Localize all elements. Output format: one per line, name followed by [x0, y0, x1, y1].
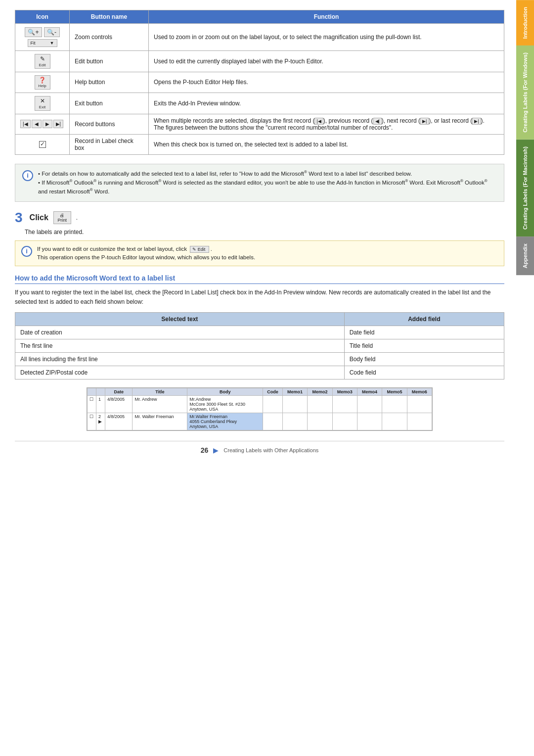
scr-memo6-2 [407, 413, 432, 430]
screenshot-preview: Date Title Body Code Memo1 Memo2 Memo3 M… [87, 387, 433, 431]
selected-text-2: The first line [15, 339, 345, 352]
table-row: Record in Label check box When this chec… [15, 134, 504, 154]
scr-num-2: 2 ▶ [96, 413, 105, 430]
section-heading: How to add the Microsoft Word text to a … [15, 274, 504, 284]
first-record-btn: |◀ [20, 120, 31, 128]
col-function: Function [149, 10, 504, 24]
table-row: The first line Title field [15, 339, 504, 352]
scr-col-memo5: Memo5 [382, 388, 407, 395]
scr-col-num [96, 388, 105, 395]
main-content: Icon Button name Function 🔍+ 🔍- [15, 10, 509, 459]
tab-creating-mac[interactable]: Creating Labels (For Macintosh) [516, 140, 534, 236]
scr-col-check [88, 388, 96, 395]
selected-text-4: Detected ZIP/Postal code [15, 366, 345, 379]
scr-check-1: ☐ [88, 395, 96, 413]
table-row: Date of creation Date field [15, 326, 504, 339]
edit-btn-icon: ✎ Edit [35, 54, 50, 68]
page-number: 26 [201, 446, 209, 454]
step-number-3: 3 [15, 210, 23, 226]
table-row: ✕ Exit Exit button Exits the Add-In Prev… [15, 93, 504, 114]
screenshot-row-1: ☐ 1 4/8/2005 Mr. Andrew Mr.AndrewMcCore … [88, 395, 432, 413]
step-3-result: The labels are printed. [25, 229, 504, 236]
scr-memo6-1 [407, 395, 432, 413]
icon-cell-record: |◀ ◀ ▶ ▶| [15, 114, 70, 134]
scr-col-memo3: Memo3 [332, 388, 357, 395]
scr-col-memo2: Memo2 [308, 388, 332, 395]
scr-check-2: ☐ [88, 413, 96, 430]
icon-cell-zoom: 🔍+ 🔍- Fit ▼ [15, 24, 70, 51]
zoom-in-icon: 🔍+ [25, 27, 42, 37]
func-edit: Used to edit the currently displayed lab… [149, 51, 504, 72]
help-btn-icon: ❓ Help [35, 75, 50, 90]
table-row: Detected ZIP/Postal code Code field [15, 366, 504, 379]
scr-date-1: 4/8/2005 [105, 395, 133, 413]
btn-name-record: Record buttons [70, 114, 149, 134]
step-3-label: Click [30, 213, 48, 222]
inline-note-edit: i If you want to edit or customize the t… [15, 240, 504, 267]
zoom-out-icon: 🔍- [44, 27, 60, 37]
scr-title-2: Mr. Walter Freeman [133, 413, 187, 430]
scr-memo3-2 [332, 413, 357, 430]
scr-memo2-1 [308, 395, 332, 413]
scr-memo1-2 [282, 413, 307, 430]
note-icon-edit: i [21, 246, 32, 257]
step-3-row: 3 Click 🖨 Print . [15, 210, 504, 226]
added-field-4: Code field [344, 366, 504, 379]
exit-btn-icon: ✕ Exit [35, 96, 50, 110]
scr-memo5-2 [382, 413, 407, 430]
scr-memo3-1 [332, 395, 357, 413]
col-added-field: Added field [344, 312, 504, 326]
scr-col-memo1: Memo1 [282, 388, 307, 395]
scr-memo1-1 [282, 395, 307, 413]
record-in-label-checkbox-icon [39, 141, 46, 148]
selected-text-3: All lines including the first line [15, 352, 345, 366]
func-zoom: Used to zoom in or zoom out on the label… [149, 24, 504, 51]
record-btns-group: |◀ ◀ ▶ ▶| [20, 120, 64, 128]
side-tabs: Introduction Creating Labels (For Window… [516, 0, 534, 756]
tab-introduction[interactable]: Introduction [516, 0, 534, 46]
icon-table: Icon Button name Function 🔍+ 🔍- [15, 10, 504, 155]
note-box-1: i • For details on how to automatically … [15, 164, 504, 202]
scr-date-2: 4/8/2005 [105, 413, 133, 430]
scr-col-body: Body [187, 388, 263, 395]
scr-col-memo6: Memo6 [407, 388, 432, 395]
scr-title-1: Mr. Andrew [133, 395, 187, 413]
last-record-btn: ▶| [53, 120, 64, 128]
scr-memo4-1 [357, 395, 382, 413]
scr-code-1 [263, 395, 283, 413]
scr-body-2: Mr.Walter Freeman4055 Cumberland PkwyAny… [187, 413, 263, 430]
col-icon: Icon [15, 10, 70, 24]
footer-arrow-icon: ▶ [213, 446, 219, 454]
tab-appendix[interactable]: Appendix [516, 236, 534, 275]
scr-col-code: Code [263, 388, 283, 395]
table-row: All lines including the first line Body … [15, 352, 504, 366]
screenshot-row-2: ☐ 2 ▶ 4/8/2005 Mr. Walter Freeman Mr.Wal… [88, 413, 432, 430]
selected-text-1: Date of creation [15, 326, 345, 339]
col-button-name: Button name [70, 10, 149, 24]
added-field-2: Title field [344, 339, 504, 352]
table-row: ❓ Help Help button Opens the P-touch Edi… [15, 72, 504, 93]
btn-name-exit: Exit button [70, 93, 149, 114]
func-help: Opens the P-touch Editor Help files. [149, 72, 504, 93]
scr-col-memo4: Memo4 [357, 388, 382, 395]
icon-cell-edit: ✎ Edit [15, 51, 70, 72]
next-record-btn: ▶ [43, 120, 52, 128]
note-text-1: • For details on how to automatically ad… [38, 169, 497, 196]
scr-col-date: Date [105, 388, 133, 395]
scr-memo4-2 [357, 413, 382, 430]
func-record: When multiple records are selected, disp… [149, 114, 504, 134]
edit-btn-inline: ✎ Edit [190, 246, 209, 253]
zoom-dropdown-icon: Fit ▼ [28, 39, 57, 47]
btn-name-zoom: Zoom controls [70, 24, 149, 51]
table-row: |◀ ◀ ▶ ▶| Record buttons When multiple r… [15, 114, 504, 134]
func-exit: Exits the Add-In Preview window. [149, 93, 504, 114]
prev-record-btn: ◀ [32, 120, 42, 128]
field-table: Selected text Added field Date of creati… [15, 312, 504, 379]
section-body: If you want to register the text in the … [15, 288, 504, 307]
table-row: 🔍+ 🔍- Fit ▼ Zoom controls Used to [15, 24, 504, 51]
tab-creating-windows[interactable]: Creating Labels (For Windows) [516, 46, 534, 140]
table-row: ✎ Edit Edit button Used to edit the curr… [15, 51, 504, 72]
icon-cell-exit: ✕ Exit [15, 93, 70, 114]
col-selected-text: Selected text [15, 312, 345, 326]
added-field-3: Body field [344, 352, 504, 366]
